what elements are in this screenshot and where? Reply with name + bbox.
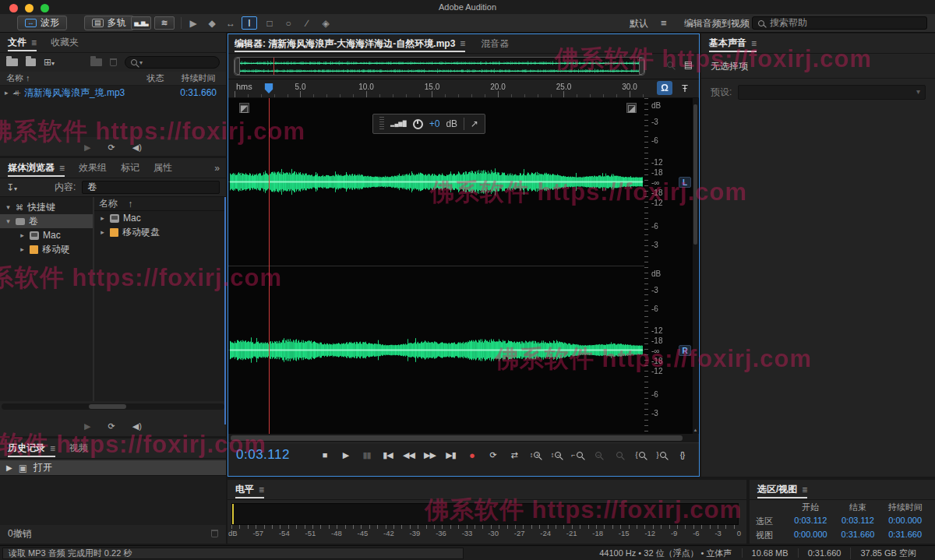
monitor-input-button[interactable]: Ω [657,81,672,95]
gain-knob[interactable] [413,119,423,129]
tab-effects-rack[interactable]: 效果组 [79,158,107,178]
zoom-selection-edges-button[interactable]: {} [672,450,693,460]
levels-menu-icon[interactable]: ≡ [259,484,264,495]
preset-select[interactable]: ▾ [738,85,926,100]
volume-hud[interactable]: ▂▄▆█ +0 dB ↗ [372,114,485,134]
overview-navigator-box[interactable] [234,57,645,76]
skip-to-start-button[interactable]: ▮◀ [377,450,398,460]
navigator-panel-icon[interactable]: ▤ [684,59,693,70]
media-list-header[interactable]: 名称 ↑ [94,197,226,211]
preview-play-icon[interactable]: ▶ [84,421,90,431]
view-duration[interactable]: 0:31.660 [881,530,929,541]
slip-tool-button[interactable]: ↔ [223,16,238,30]
open-file-icon[interactable] [6,58,18,66]
zoom-selection-right-button[interactable]: } [651,451,672,459]
spot-healing-tool-button[interactable]: ◈ [318,16,333,30]
essential-sound-menu-icon[interactable]: ≡ [751,38,757,49]
history-entry-open[interactable]: ▶ ▣ 打开 [0,460,226,475]
preview-speaker-icon[interactable]: ◀) [132,421,142,431]
tab-essential-sound[interactable]: 基本声音 ≡ [709,33,757,53]
hud-grip-icon[interactable] [379,117,384,131]
preview-loop-icon[interactable]: ⟳ [108,421,115,431]
zoom-out-selection-button[interactable]: − [587,452,609,458]
loop-playback-button[interactable]: ⟳ [482,450,503,460]
workspace-default[interactable]: 默认 [630,17,648,30]
expand-icon[interactable]: ▸ [19,231,26,239]
waveform-view-button[interactable]: ▅▂▆▃ [131,16,151,30]
panel-divider-highlight[interactable] [224,197,226,424]
tree-item-mac[interactable]: ▸ Mac [0,228,93,242]
file-row[interactable]: ▸ -+⊦ 清新海风海浪声_境.mp3 0:31.660 [0,86,226,100]
marker-pin-icon[interactable]: Ŧ [682,83,688,94]
tab-files[interactable]: 文件 ≡ [8,33,37,52]
paintbrush-tool-button[interactable]: ∕ [299,16,315,30]
import-file-icon[interactable] [26,58,36,66]
selection-end[interactable]: 0:03.112 [834,516,882,527]
list-item-usb-drive[interactable]: ▸ 移动硬盘 [94,225,226,239]
rewind-button[interactable]: ◀◀ [398,450,419,460]
zoom-selection-left-button[interactable]: { [630,451,651,459]
navigator-zoom-icon[interactable] [667,62,673,68]
navigator-right-handle[interactable] [639,58,644,75]
more-tabs-icon[interactable]: » [214,158,226,178]
horizontal-scrollbar[interactable] [228,434,699,442]
collapse-icon[interactable]: ▾ [5,203,12,211]
tab-media-browser[interactable]: 媒体浏览器 ≡ [8,158,65,178]
navigator-left-handle[interactable] [235,58,240,75]
skip-to-end-button[interactable]: ▶▮ [440,450,461,460]
tree-item-usb-drive[interactable]: ▸ 移动硬 [0,242,93,256]
hud-gain-value[interactable]: +0 [429,118,440,129]
playhead-line[interactable] [269,98,270,434]
multitrack-mode-button[interactable]: ▤ 多轨 [84,16,134,30]
left-channel-badge[interactable]: L [679,177,691,188]
list-item-mac[interactable]: ▸ Mac [94,211,226,225]
spectral-view-button[interactable]: ≋ [154,16,175,30]
preview-play-icon[interactable]: ▶ [84,143,90,153]
timeline-ruler[interactable]: 5.010.015.020.025.030.0 [235,79,649,98]
waveform-display[interactable]: ◩ ◪ ▂▄▆█ +0 dB ↗ dB-3-6-12-18-∞-18-12-6-… [228,97,699,434]
move-playhead-button[interactable]: ⇄ [503,450,524,460]
collapse-icon[interactable]: ▾ [5,217,12,225]
preview-loop-icon[interactable]: ⟳ [108,143,115,153]
fade-in-handle[interactable]: ◩ [239,103,249,113]
history-panel-menu-icon[interactable]: ≡ [50,443,55,454]
editor-menu-icon[interactable]: ≡ [460,38,465,49]
tab-favorites[interactable]: 收藏夹 [51,33,79,52]
workspace-menu-icon[interactable]: ≡ [661,17,667,29]
selection-duration[interactable]: 0:00.000 [881,516,929,527]
fade-out-handle[interactable]: ◪ [626,103,637,113]
tab-selection-view[interactable]: 选区/视图 ≡ [757,480,807,499]
tab-video[interactable]: 视频 [69,438,88,458]
tab-editor[interactable]: 编辑器: 清新海风海浪声-大海海洋海边-自然环境.mp3 ≡ [235,34,465,53]
vertical-scrollbar[interactable]: ▲ [693,98,698,434]
selection-start[interactable]: 0:03.112 [787,516,834,527]
view-start[interactable]: 0:00.000 [787,530,834,541]
time-display[interactable]: 0:03.112 [228,447,314,463]
tab-properties[interactable]: 属性 [153,158,172,178]
zoom-reset-button[interactable] [609,452,630,458]
col-duration[interactable]: 持续时间 [182,72,216,84]
waveform-mode-button[interactable]: ↔ 波形 [17,16,67,30]
record-button[interactable]: ● [461,449,482,461]
pause-button[interactable]: ▮▮ [356,450,377,460]
zoom-out-amplitude-button[interactable]: ↕− [545,451,566,459]
scroll-up-icon[interactable]: ▲ [693,428,698,432]
col-status[interactable]: 状态 [147,72,164,84]
lasso-selection-tool-button[interactable]: ○ [280,16,296,30]
files-search-input[interactable]: ▾ [125,56,220,69]
marquee-selection-tool-button[interactable]: □ [262,16,277,30]
expand-icon[interactable]: ▸ [5,89,9,97]
tab-levels[interactable]: 电平 ≡ [235,480,264,499]
new-file-icon[interactable]: ⊞▾ [44,57,55,68]
time-selection-tool-button[interactable]: I [242,16,257,30]
right-channel-badge[interactable]: R [679,345,691,356]
tab-mixer[interactable]: 混音器 [481,34,509,53]
help-search-input[interactable]: 搜索帮助 [752,16,927,30]
tab-markers[interactable]: 标记 [121,158,139,178]
view-end[interactable]: 0:31.660 [834,530,882,541]
fast-forward-button[interactable]: ▶▶ [419,450,440,460]
hud-pin-icon[interactable]: ↗ [471,118,478,129]
play-button[interactable]: ▶ [335,450,356,460]
zoom-in-amplitude-button[interactable]: ↕+ [524,451,545,459]
expand-icon[interactable]: ▸ [99,228,106,236]
